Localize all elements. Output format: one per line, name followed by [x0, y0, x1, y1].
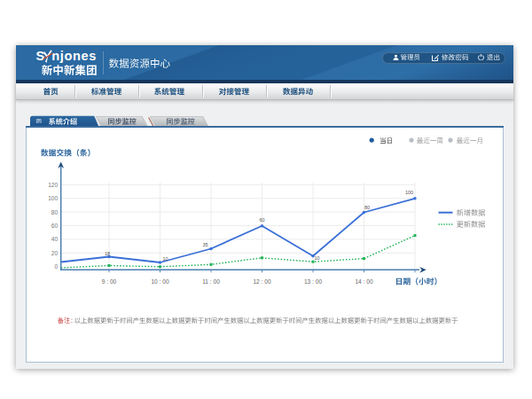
svg-text:60: 60: [51, 223, 59, 229]
svg-text:11 : 00: 11 : 00: [202, 278, 220, 285]
svg-text:13 : 00: 13 : 00: [304, 278, 322, 285]
svg-text:18: 18: [105, 251, 110, 256]
svg-text:100: 100: [405, 190, 413, 195]
svg-text:120: 120: [48, 182, 58, 188]
svg-text:35: 35: [202, 242, 207, 247]
svg-text:60: 60: [259, 217, 264, 223]
svg-text:10 : 00: 10 : 00: [151, 278, 168, 285]
svg-text:40: 40: [51, 236, 59, 242]
svg-text:100: 100: [48, 195, 58, 201]
svg-text:0: 0: [55, 263, 59, 270]
svg-text:20: 20: [51, 250, 59, 256]
svg-text:12 : 00: 12 : 00: [253, 278, 270, 285]
svg-text:10: 10: [162, 256, 168, 262]
svg-text:14 : 00: 14 : 00: [355, 278, 372, 285]
svg-text:80: 80: [51, 209, 59, 215]
svg-text:9 : 00: 9 : 00: [102, 278, 117, 285]
svg-text:80: 80: [364, 205, 370, 210]
svg-text:10: 10: [314, 255, 319, 261]
